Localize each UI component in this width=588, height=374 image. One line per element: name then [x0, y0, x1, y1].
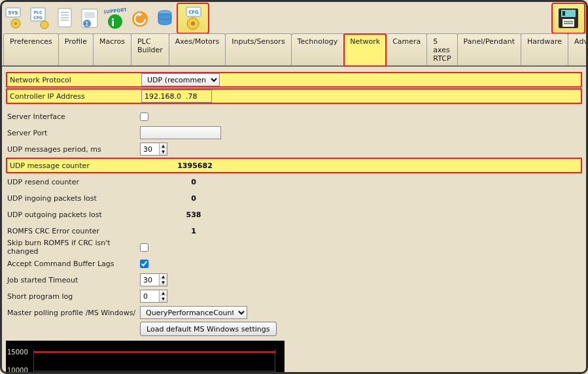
polling-profile-select[interactable]: QueryPerformanceCounter() [140, 306, 247, 319]
svg-rect-22 [112, 21, 114, 26]
tab-technology[interactable]: Technology [291, 33, 345, 65]
svg-text:Σ: Σ [85, 22, 88, 27]
tab-profile[interactable]: Profile [58, 33, 94, 65]
udp-resend-label: UDP resend counter [6, 178, 158, 186]
spin-up-icon[interactable]: ▲ [160, 274, 167, 280]
svg-rect-34 [562, 19, 574, 27]
spin-down-icon[interactable]: ▼ [160, 280, 167, 286]
support-button[interactable]: SUPPORT [103, 4, 128, 33]
polling-profile-label: Master polling profile /MS Windows/ [6, 309, 140, 317]
accept-lags-label: Accept Command Buffer Lags [6, 260, 140, 268]
svg-point-3 [14, 22, 17, 25]
tab-5axes-rtcp[interactable]: 5 axes RTCP [426, 33, 457, 65]
tab-plc-builder[interactable]: PLC Builder [131, 33, 169, 65]
row-skip-burn: Skip burn ROMFS if CRC isn't changed [6, 239, 582, 255]
short-log-label: Short program log [6, 292, 140, 301]
udp-msg-counter-value: 1395682 [159, 162, 231, 170]
udp-period-spinner[interactable]: ▲▼ [140, 143, 167, 156]
server-interface-label: Server Interface [6, 112, 140, 121]
svg-text:CFG: CFG [33, 15, 43, 20]
row-udp-msg-counter: UDP message counter 1395682 [6, 158, 582, 173]
network-protocol-select[interactable]: UDP (recommended) [141, 73, 220, 86]
rate-graph: 15000 10000 5000 [6, 341, 285, 374]
row-udp-resend: UDP resend counter 0 [6, 174, 582, 190]
svg-text:SYS: SYS [8, 10, 18, 16]
document-icon [56, 7, 75, 29]
tab-macros[interactable]: Macros [93, 33, 131, 65]
tab-hardware[interactable]: Hardware [521, 33, 568, 65]
row-romfs-crc: ROMFS CRC Error counter 1 [6, 223, 582, 239]
restart-button[interactable] [128, 4, 152, 33]
udp-msg-counter-label: UDP message counter [7, 162, 159, 170]
row-server-port: Server Port [6, 125, 582, 141]
row-accept-lags: Accept Command Buffer Lags [6, 256, 582, 271]
udp-in-lost-value: 0 [158, 194, 230, 203]
spin-up-icon[interactable]: ▲ [160, 290, 167, 296]
ytick-10000: 10000 [7, 367, 28, 374]
svg-text:CFG: CFG [188, 10, 199, 15]
server-interface-checkbox[interactable] [140, 112, 148, 121]
tab-preferences[interactable]: Preferences [3, 33, 59, 65]
svg-text:SUPPORT: SUPPORT [104, 7, 126, 15]
svg-rect-33 [562, 11, 565, 16]
series-line [33, 351, 275, 353]
tab-advanced[interactable]: Advanced [568, 33, 588, 65]
network-panel: Network Protocol UDP (recommended) Contr… [2, 67, 586, 374]
document-button[interactable] [53, 4, 78, 33]
svg-rect-21 [112, 18, 114, 20]
sys-cfg-button[interactable]: SYS [3, 4, 28, 33]
romfs-crc-label: ROMFS CRC Error counter [6, 227, 158, 235]
cfg-icon: CFG [181, 6, 205, 31]
row-short-log: Short program log ▲▼ [6, 288, 582, 304]
network-protocol-label: Network Protocol [7, 76, 141, 84]
udp-in-lost-label: UDP ingoing packets lost [6, 194, 158, 203]
config-tabs: Preferences Profile Macros PLC Builder A… [2, 33, 586, 67]
server-port-label: Server Port [6, 129, 140, 137]
svg-point-30 [191, 22, 195, 26]
job-timeout-spinner[interactable]: ▲▼ [140, 273, 167, 286]
spin-down-icon[interactable]: ▼ [160, 149, 167, 155]
svg-point-20 [108, 14, 122, 29]
db-button[interactable] [152, 4, 177, 33]
controller-ip-label: Controller IP Address [7, 92, 141, 101]
job-timeout-label: Job started Timeout [6, 276, 140, 284]
restart-icon [130, 7, 150, 29]
tab-camera[interactable]: Camera [386, 33, 427, 65]
udp-out-lost-label: UDP outgoing packets lost [6, 211, 158, 219]
cfg-button[interactable]: CFG [177, 3, 209, 33]
server-port-input[interactable] [140, 126, 221, 139]
row-server-interface: Server Interface [6, 109, 582, 124]
row-network-protocol: Network Protocol UDP (recommended) [6, 72, 582, 88]
spin-up-icon[interactable]: ▲ [160, 143, 167, 149]
sigma-button[interactable]: Σ [78, 4, 103, 33]
tab-panel-pendant[interactable]: Panel/Pendant [457, 33, 521, 65]
short-log-spinner[interactable]: ▲▼ [140, 290, 167, 303]
plc-cfg-button[interactable]: PLCCFG [28, 4, 53, 33]
db-icon [156, 7, 174, 29]
short-log-input[interactable] [141, 290, 159, 302]
floppy-save-icon [556, 6, 581, 31]
row-controller-ip: Controller IP Address [6, 88, 582, 104]
row-udp-in-lost: UDP ingoing packets lost 0 [6, 190, 582, 206]
job-timeout-input[interactable] [141, 274, 159, 286]
controller-ip-input[interactable] [141, 90, 212, 103]
tab-network[interactable]: Network [343, 33, 387, 67]
udp-out-lost-value: 538 [158, 211, 230, 219]
ytick-15000: 15000 [7, 348, 28, 356]
row-load-default: Load default MS Windows settings [6, 321, 582, 337]
svg-point-7 [41, 21, 48, 29]
plc-cfg-icon: PLCCFG [30, 7, 51, 29]
tab-inputs-sensors[interactable]: Inputs/Sensors [225, 33, 291, 65]
tab-axes-motors[interactable]: Axes/Motors [169, 33, 226, 65]
skip-burn-checkbox[interactable] [140, 243, 148, 252]
row-udp-period: UDP messages period, ms ▲▼ [6, 141, 582, 157]
spin-down-icon[interactable]: ▼ [160, 296, 167, 302]
save-button[interactable] [552, 3, 585, 33]
row-job-timeout: Job started Timeout ▲▼ [6, 272, 582, 288]
row-polling-profile: Master polling profile /MS Windows/ Quer… [6, 305, 582, 320]
udp-resend-value: 0 [158, 178, 230, 186]
support-icon: SUPPORT [104, 7, 126, 29]
udp-period-input[interactable] [141, 143, 159, 155]
accept-lags-checkbox[interactable] [140, 260, 148, 268]
load-default-ms-button[interactable]: Load default MS Windows settings [140, 322, 277, 336]
